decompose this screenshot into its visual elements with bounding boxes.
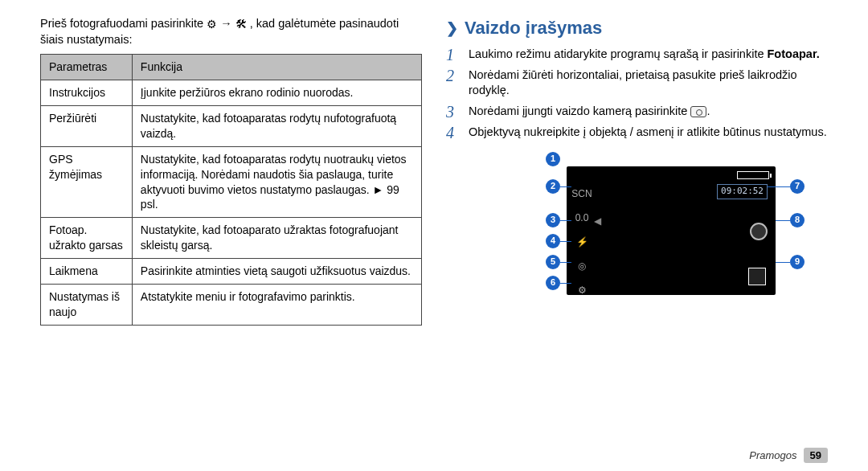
- chevron-icon: ❯: [446, 18, 458, 38]
- intro-text: Prieš fotografuodami pasirinkite ⚙ → 🛠 ,…: [40, 16, 422, 47]
- marker-8: 8: [790, 213, 805, 227]
- cell-func: Pasirinkite atminties vietą saugoti užfi…: [132, 259, 421, 285]
- step-text: Norėdami žiūrėti horizontaliai, prietais…: [469, 68, 828, 99]
- step-item: 4Objektyvą nukreipkite į objektą / asmen…: [446, 125, 828, 141]
- gallery-thumb-icon: [748, 268, 766, 285]
- wrench-icon: 🛠: [235, 17, 247, 32]
- step-number: 1: [446, 47, 461, 63]
- marker-2: 2: [546, 179, 560, 194]
- cell-param: Nustatymas iš naujo: [41, 284, 133, 325]
- marker-5: 5: [546, 255, 560, 269]
- gear-icon: ⚙: [207, 17, 217, 32]
- cell-param: GPS žymėjimas: [41, 146, 133, 218]
- intro-a: Prieš fotografuodami pasirinkite: [40, 17, 207, 30]
- section-title-text: Vaizdo įrašymas: [465, 16, 602, 40]
- step-text: Norėdami įjungti vaizdo kamerą pasirinki…: [469, 104, 710, 120]
- step-text: Laukimo režimu atidarykite programų sąra…: [469, 47, 820, 63]
- screen-preview: 09:02:52 SCN0.0⚡◎⚙ ◀: [567, 166, 776, 295]
- step-item: 3Norėdami įjungti vaizdo kamerą pasirink…: [446, 104, 828, 120]
- right-column: ❯ Vaizdo įrašymas 1Laukimo režimu atidar…: [446, 16, 828, 326]
- footer-section: Pramogos: [749, 449, 796, 461]
- th-func: Funkcija: [132, 55, 421, 80]
- cell-func: Atstatykite meniu ir fotografavimo parin…: [132, 284, 421, 325]
- battery-icon: [737, 171, 769, 179]
- cell-func: Nustatykite, kad fotoaparatas rodytų nuo…: [132, 146, 421, 218]
- cell-param: Laikmena: [41, 259, 133, 285]
- screen-left-icon: ◎: [573, 258, 591, 274]
- table-row: InstrukcijosĮjunkite peržiūros ekrano ro…: [41, 80, 422, 106]
- cell-param: Fotoap. užrakto garsas: [41, 218, 133, 259]
- cell-func: Nustatykite, kad fotoaparatas rodytų nuf…: [132, 105, 421, 146]
- intro-arrow: →: [220, 17, 235, 30]
- marker-9: 9: [790, 255, 805, 269]
- table-row: GPS žymėjimasNustatykite, kad fotoaparat…: [41, 146, 422, 218]
- table-header-row: Parametras Funkcija: [41, 55, 422, 80]
- step-number: 4: [446, 125, 461, 141]
- table-row: Fotoap. užrakto garsasNustatykite, kad f…: [41, 218, 422, 259]
- step-item: 2Norėdami žiūrėti horizontaliai, prietai…: [446, 68, 828, 99]
- screen-left-icon: ⚡: [573, 234, 591, 250]
- left-icon-strip: SCN0.0⚡◎⚙: [573, 186, 591, 298]
- recording-time: 09:02:52: [717, 184, 768, 199]
- left-column: Prieš fotografuodami pasirinkite ⚙ → 🛠 ,…: [40, 16, 422, 326]
- screen-left-icon: SCN: [573, 186, 591, 202]
- screen-left-icon: 0.0: [573, 210, 591, 226]
- cell-func: Nustatykite, kad fotoaparato užraktas fo…: [132, 218, 421, 259]
- cell-param: Peržiūrėti: [41, 105, 133, 146]
- camera-diagram: 09:02:52 SCN0.0⚡◎⚙ ◀ 1 2 3 4 5 6 7 8: [478, 150, 824, 311]
- marker-4: 4: [546, 234, 560, 248]
- step-list: 1Laukimo režimu atidarykite programų sąr…: [446, 47, 828, 141]
- marker-7: 7: [790, 179, 805, 194]
- table-row: PeržiūrėtiNustatykite, kad fotoaparatas …: [41, 105, 422, 146]
- shutter-button-icon: [750, 223, 768, 240]
- th-param: Parametras: [41, 55, 133, 80]
- marker-1: 1: [546, 152, 560, 166]
- step-item: 1Laukimo režimu atidarykite programų sąr…: [446, 47, 828, 63]
- step-text: Objektyvą nukreipkite į objektą / asmenį…: [469, 125, 827, 141]
- screen-left-icon: ⚙: [573, 282, 591, 298]
- settings-table: Parametras Funkcija InstrukcijosĮjunkite…: [40, 54, 422, 326]
- chevron-left-icon: ◀: [594, 215, 601, 227]
- section-title: ❯ Vaizdo įrašymas: [446, 16, 828, 40]
- step-bold: Fotoapar.: [768, 47, 820, 60]
- marker-6: 6: [546, 276, 560, 290]
- step-number: 3: [446, 104, 461, 120]
- step-number: 2: [446, 68, 461, 99]
- cell-func: Įjunkite peržiūros ekrano rodinio nuorod…: [132, 80, 421, 106]
- camera-icon: [690, 106, 706, 117]
- marker-3: 3: [546, 213, 560, 227]
- cell-param: Instrukcijos: [41, 80, 133, 106]
- footer-page: 59: [804, 448, 828, 463]
- table-row: Nustatymas iš naujoAtstatykite meniu ir …: [41, 284, 422, 325]
- page-footer: Pramogos 59: [749, 448, 828, 463]
- table-row: LaikmenaPasirinkite atminties vietą saug…: [41, 259, 422, 285]
